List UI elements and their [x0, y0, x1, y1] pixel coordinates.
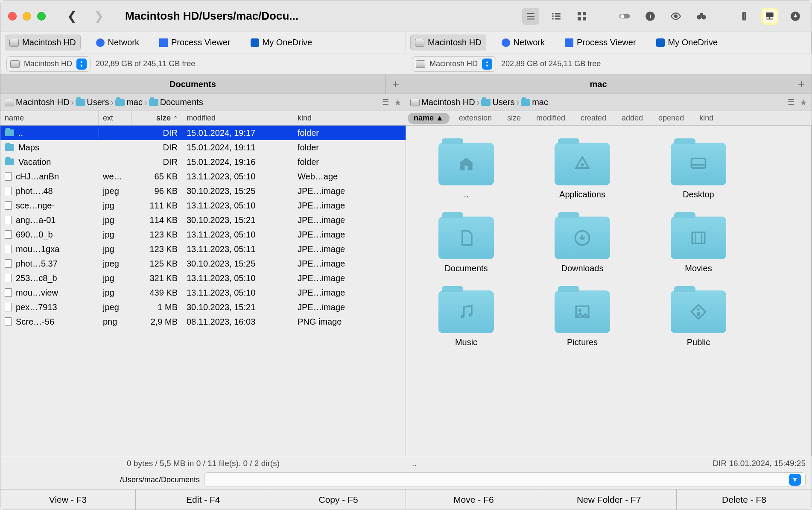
file-row[interactable]: phot….48jpeg96 KB30.10.2023, 15:25JPE…im…: [0, 184, 406, 198]
bookmark-network[interactable]: Network: [497, 35, 549, 50]
column-modified[interactable]: modified: [530, 113, 571, 124]
file-row[interactable]: phot…5.37jpeg125 KB30.10.2023, 15:25JPE……: [0, 256, 406, 271]
file-row[interactable]: mou…1gxajpg123 KB13.11.2023, 05:11JPE…im…: [0, 242, 406, 256]
folder-icon: [76, 99, 85, 106]
file-row[interactable]: VacationDIR15.01.2024, 19:16folder: [0, 155, 406, 169]
crumb-users[interactable]: Users: [87, 97, 109, 107]
file-icon: [5, 230, 12, 239]
folder-documents[interactable]: Documents: [429, 217, 503, 273]
crumb-mac[interactable]: mac: [532, 97, 548, 107]
tab-add-right[interactable]: +: [791, 75, 812, 94]
back-button[interactable]: ❮: [67, 9, 77, 23]
folder-applications[interactable]: Applications: [546, 143, 619, 199]
file-row[interactable]: ..DIR15.01.2024, 19:17folder: [0, 126, 406, 140]
icon-grid[interactable]: ..ApplicationsDesktopDocumentsDownloadsM…: [406, 126, 811, 456]
column-created[interactable]: created: [575, 113, 612, 124]
column-extension[interactable]: extension: [453, 113, 498, 124]
close-button[interactable]: [8, 12, 17, 21]
column-ext[interactable]: ext: [99, 111, 132, 125]
folder-movies[interactable]: Movies: [662, 217, 735, 273]
file-row[interactable]: 690…0_bjpg123 KB13.11.2023, 05:10JPE…ima…: [0, 227, 406, 242]
file-icon: [5, 201, 12, 210]
file-row[interactable]: pex…7913jpeg1 MB30.10.2023, 15:21JPE…ima…: [0, 300, 406, 314]
binoculars-icon[interactable]: [693, 8, 710, 25]
favorite-icon[interactable]: ★: [800, 97, 807, 108]
column-kind[interactable]: kind: [293, 111, 370, 125]
file-row[interactable]: ang…a-01jpg114 KB30.10.2023, 15:21JPE…im…: [0, 213, 406, 227]
favorite-icon[interactable]: ★: [394, 97, 402, 108]
file-row[interactable]: sce…nge-jpg111 KB13.11.2023, 05:10JPE…im…: [0, 198, 406, 213]
file-row[interactable]: cHJ…anBnwe…65 KB13.11.2023, 05:10Web…age: [0, 169, 406, 184]
forward-button[interactable]: ❯: [94, 9, 104, 23]
crumb-users[interactable]: Users: [492, 97, 514, 107]
file-icon: [5, 216, 12, 224]
column-added[interactable]: added: [616, 113, 649, 124]
folder-desktop[interactable]: Desktop: [662, 143, 735, 199]
fn-move[interactable]: Move - F6: [406, 489, 541, 510]
toggle-switch-icon[interactable]: [616, 8, 633, 25]
svg-rect-28: [692, 158, 706, 168]
crumb-documents[interactable]: Documents: [160, 97, 203, 107]
minimize-button[interactable]: [23, 12, 31, 21]
svg-rect-7: [555, 15, 561, 17]
column-kind[interactable]: kind: [693, 113, 719, 124]
folder-parentparent[interactable]: ..: [429, 143, 503, 199]
column-name[interactable]: name: [0, 111, 99, 125]
view-list-icon[interactable]: [522, 8, 539, 25]
path-input[interactable]: ▼: [204, 472, 806, 487]
network-share-icon[interactable]: [761, 8, 778, 25]
column-opened[interactable]: opened: [652, 113, 690, 124]
column-modified[interactable]: modified: [182, 111, 293, 125]
path-dropdown-icon[interactable]: ▼: [789, 474, 801, 486]
folder-icon: [5, 158, 14, 165]
bookmark-process-viewer[interactable]: Process Viewer: [155, 35, 235, 50]
disk-dropdown-right[interactable]: Macintosh HD ▲▼: [412, 56, 496, 72]
breadcrumb-bar: Macintosh HD › Users › mac › Documents☰★…: [0, 94, 812, 111]
bookmark-process-viewer[interactable]: Process Viewer: [560, 35, 641, 50]
crumb-macintosh hd[interactable]: Macintosh HD: [421, 97, 475, 107]
file-row[interactable]: Scre…-56png2,9 MB08.11.2023, 16:03PNG im…: [0, 314, 406, 329]
folder-icon: [438, 217, 494, 259]
folder-public[interactable]: Public: [662, 290, 735, 347]
app-window: ❮ ❯ Macintosh HD/Users/mac/Docu... i Mac…: [0, 0, 812, 510]
crumb-mac[interactable]: mac: [126, 97, 143, 107]
bookmark-macintosh-hd[interactable]: Macintosh HD: [410, 35, 486, 50]
fn-view[interactable]: View - F3: [0, 489, 136, 510]
bookmark-my-onedrive[interactable]: My OneDrive: [651, 35, 723, 50]
column-name[interactable]: name ▲: [408, 113, 450, 124]
onedrive-icon: [251, 38, 259, 47]
bookmark-network[interactable]: Network: [91, 35, 144, 50]
crumb-macintosh hd[interactable]: Macintosh HD: [16, 97, 70, 107]
view-icons-icon[interactable]: [573, 8, 590, 25]
fn-copy[interactable]: Copy - F5: [271, 489, 406, 510]
list-mode-icon[interactable]: ☰: [382, 97, 389, 108]
file-list[interactable]: ..DIR15.01.2024, 19:17folderMapsDIR15.01…: [0, 126, 406, 456]
quicklook-icon[interactable]: [667, 8, 684, 25]
tab-documents[interactable]: Documents: [0, 75, 386, 94]
column-size[interactable]: size: [501, 113, 527, 124]
bookmark-my-onedrive[interactable]: My OneDrive: [246, 35, 317, 50]
list-mode-icon[interactable]: ☰: [788, 97, 794, 108]
folder-downloads[interactable]: Downloads: [546, 217, 619, 273]
path-input-bar: /Users/mac/Documents ▼: [0, 470, 812, 489]
folder-music[interactable]: Music: [429, 290, 503, 347]
file-row[interactable]: 253…c8_bjpg321 KB13.11.2023, 05:10JPE…im…: [0, 271, 406, 285]
folder-pictures[interactable]: Pictures: [546, 290, 619, 347]
archive-icon[interactable]: [736, 8, 753, 25]
column-size[interactable]: size⌃: [132, 111, 182, 125]
file-row[interactable]: MapsDIR15.01.2024, 19:11folder: [0, 140, 406, 155]
info-icon[interactable]: i: [642, 8, 659, 25]
view-columns-icon[interactable]: [548, 8, 565, 25]
disk-bar-right: Macintosh HD ▲▼ 202,89 GB of 245,11 GB f…: [406, 53, 812, 74]
disk-dropdown-left[interactable]: Macintosh HD ▲▼: [6, 56, 91, 72]
fn-new[interactable]: New Folder - F7: [541, 489, 677, 510]
tab-mac[interactable]: mac: [406, 75, 791, 94]
fn-edit[interactable]: Edit - F4: [136, 489, 271, 510]
file-row[interactable]: mou…viewjpg439 KB13.11.2023, 05:10JPE…im…: [0, 285, 406, 300]
bookmark-macintosh-hd[interactable]: Macintosh HD: [5, 35, 81, 50]
zoom-button[interactable]: [37, 12, 46, 21]
svg-point-14: [620, 14, 624, 18]
fn-delete[interactable]: Delete - F8: [677, 489, 812, 510]
tab-add-left[interactable]: +: [386, 75, 406, 94]
download-icon[interactable]: [787, 8, 804, 25]
